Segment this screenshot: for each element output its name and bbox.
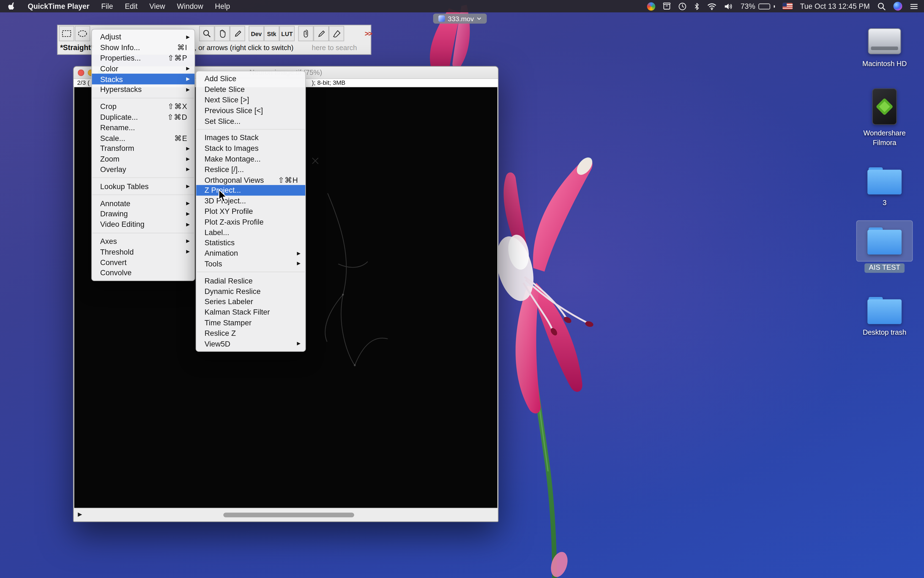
- menu-item-threshold[interactable]: Threshold▶: [92, 247, 195, 257]
- menu-item-duplicate[interactable]: Duplicate...⇧⌘D: [92, 112, 195, 122]
- menu-item-hyperstacks[interactable]: Hyperstacks▶: [92, 84, 195, 95]
- apple-menu[interactable]: [0, 0, 22, 12]
- lut-tool-button[interactable]: LUT: [279, 26, 295, 41]
- menu-item-convolve[interactable]: Convolve: [92, 268, 195, 278]
- menubar-app-name[interactable]: QuickTime Player: [22, 2, 95, 10]
- menu-separator: [197, 272, 305, 273]
- menu-item-previous-slice[interactable]: Previous Slice [<]: [196, 105, 305, 115]
- menu-item-make-montage[interactable]: Make Montage...: [196, 154, 305, 164]
- menu-item-stack-to-images[interactable]: Stack to Images: [196, 143, 305, 154]
- menu-item-lookup-tables[interactable]: Lookup Tables▶: [92, 181, 195, 192]
- menu-item-dynamic-reslice[interactable]: Dynamic Reslice: [196, 286, 305, 296]
- menu-item-orthogonal-views[interactable]: Orthogonal Views⇧⌘H: [196, 174, 305, 185]
- menubar-menu-window[interactable]: Window: [171, 2, 209, 10]
- menu-item-next-slice[interactable]: Next Slice [>]: [196, 95, 305, 105]
- more-tools-button[interactable]: >>: [361, 26, 376, 41]
- image-info-left: 2/3 (: [77, 79, 90, 86]
- rectangle-tool-button[interactable]: [59, 26, 74, 41]
- window-title-pill[interactable]: 333.mov: [433, 13, 487, 23]
- siri-icon[interactable]: [893, 2, 902, 10]
- menu-item-time-stamper[interactable]: Time Stamper: [196, 317, 305, 328]
- play-button[interactable]: ▶: [78, 511, 82, 518]
- clip-tool-button[interactable]: [298, 26, 314, 41]
- toolbar-search-hint[interactable]: here to search: [312, 44, 357, 52]
- magnifier-tool-button[interactable]: [199, 26, 215, 41]
- submenu-arrow-icon: ▶: [186, 222, 190, 227]
- archive-app-icon[interactable]: [663, 2, 670, 10]
- dropper-tool-button[interactable]: [230, 26, 245, 41]
- menu-item-stacks[interactable]: Stacks▶: [92, 74, 195, 84]
- desktop-icons: Macintosh HDWondershare Filmora3AIS TEST…: [854, 0, 915, 578]
- menu-item-adjust[interactable]: Adjust▶: [92, 32, 195, 42]
- menu-item-add-slice[interactable]: Add Slice: [196, 74, 305, 84]
- hand-tool-button[interactable]: [215, 26, 230, 41]
- desktop-icon-wondershare-filmora[interactable]: Wondershare Filmora: [854, 86, 915, 148]
- desktop-icon-label: Macintosh HD: [862, 60, 907, 68]
- menu-item-scale[interactable]: Scale...⌘E: [92, 133, 195, 143]
- menu-item-radial-reslice[interactable]: Radial Reslice: [196, 275, 305, 286]
- clock-icon[interactable]: [678, 2, 686, 10]
- stk-tool-button[interactable]: Stk: [264, 26, 279, 41]
- menubar-menu-file[interactable]: File: [95, 2, 119, 10]
- menu-item-reslice-z[interactable]: Reslice Z: [196, 328, 305, 338]
- menu-item-rename[interactable]: Rename...: [92, 122, 195, 133]
- menu-item-overlay[interactable]: Overlay▶: [92, 164, 195, 174]
- submenu-arrow-icon: ▶: [297, 261, 300, 266]
- menu-item-annotate[interactable]: Annotate▶: [92, 198, 195, 209]
- menu-item-video-editing[interactable]: Video Editing▶: [92, 219, 195, 229]
- menu-item-convert[interactable]: Convert: [92, 257, 195, 268]
- menu-item-statistics[interactable]: Statistics: [196, 237, 305, 248]
- stacks-submenu: Add SliceDelete SliceNext Slice [>]Previ…: [196, 71, 306, 352]
- spotlight-search-icon[interactable]: [877, 2, 886, 10]
- menu-item-label: View5D: [204, 339, 230, 348]
- keyboard-flag-icon[interactable]: [782, 3, 792, 10]
- slice-scrollbar-thumb[interactable]: [224, 513, 354, 517]
- menu-item-3d-project[interactable]: 3D Project...: [196, 195, 305, 206]
- oval-tool-button[interactable]: [75, 26, 90, 41]
- bluetooth-icon[interactable]: [694, 2, 699, 10]
- wifi-icon[interactable]: [707, 3, 716, 10]
- menu-item-animation[interactable]: Animation▶: [196, 248, 305, 258]
- menu-item-shortcut: ⇧⌘P: [168, 54, 187, 62]
- menu-item-crop[interactable]: Crop⇧⌘X: [92, 101, 195, 112]
- menu-item-drawing[interactable]: Drawing▶: [92, 209, 195, 219]
- menu-item-images-to-stack[interactable]: Images to Stack: [196, 133, 305, 143]
- menu-item-zoom[interactable]: Zoom▶: [92, 154, 195, 164]
- menu-item-label: Kalman Stack Filter: [204, 308, 270, 317]
- menu-item-axes[interactable]: Axes▶: [92, 236, 195, 246]
- menu-item-show-info[interactable]: Show Info...⌘I: [92, 42, 195, 53]
- status-app-icon[interactable]: [647, 2, 655, 10]
- menu-item-label[interactable]: Label...: [196, 227, 305, 237]
- menu-item-plot-z-axis-profile[interactable]: Plot Z-axis Profile: [196, 216, 305, 227]
- close-button[interactable]: [78, 70, 84, 76]
- battery-indicator[interactable]: 73%: [741, 2, 775, 10]
- menu-item-delete-slice[interactable]: Delete Slice: [196, 84, 305, 95]
- desktop-icon-ais-test[interactable]: AIS TEST: [854, 221, 915, 273]
- dev-tool-button[interactable]: Dev: [249, 26, 264, 41]
- menu-item-color[interactable]: Color▶: [92, 63, 195, 74]
- desktop-icon-label: Desktop trash: [862, 328, 906, 337]
- menu-item-series-labeler[interactable]: Series Labeler: [196, 296, 305, 307]
- menubar-datetime[interactable]: Tue Oct 13 12:45 PM: [800, 2, 870, 10]
- menu-item-z-project[interactable]: Z Project...: [196, 185, 305, 195]
- menubar-menu-edit[interactable]: Edit: [119, 2, 143, 10]
- menu-item-reslice[interactable]: Reslice [/]...: [196, 164, 305, 174]
- brush-tool-button[interactable]: [329, 26, 344, 41]
- desktop-icon-macintosh-hd[interactable]: Macintosh HD: [854, 25, 915, 69]
- menu-item-tools[interactable]: Tools▶: [196, 258, 305, 269]
- menu-separator: [92, 232, 194, 233]
- volume-icon[interactable]: [724, 3, 733, 10]
- menu-item-properties[interactable]: Properties...⇧⌘P: [92, 53, 195, 63]
- menubar-menu-help[interactable]: Help: [209, 2, 236, 10]
- pencil-tool-button[interactable]: [313, 26, 329, 41]
- menu-item-kalman-stack-filter[interactable]: Kalman Stack Filter: [196, 307, 305, 317]
- desktop-icon-desktop-trash[interactable]: Desktop trash: [854, 294, 915, 337]
- menu-item-set-slice[interactable]: Set Slice...: [196, 115, 305, 126]
- notification-center-icon[interactable]: [910, 3, 918, 10]
- menu-item-plot-xy-profile[interactable]: Plot XY Profile: [196, 206, 305, 216]
- desktop-icon-3[interactable]: 3: [854, 165, 915, 208]
- menu-item-view5d[interactable]: View5D▶: [196, 338, 305, 349]
- menubar-menu-view[interactable]: View: [143, 2, 171, 10]
- menu-item-shortcut: ⇧⌘X: [168, 102, 187, 111]
- menu-item-transform[interactable]: Transform▶: [92, 143, 195, 154]
